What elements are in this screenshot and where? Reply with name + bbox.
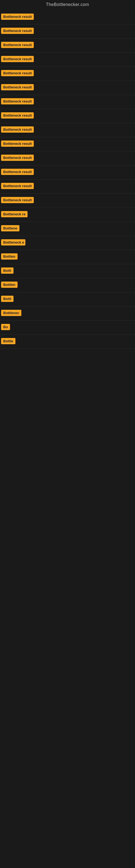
result-row[interactable]: Bottleneck result (0, 137, 135, 151)
site-title: TheBottlenecker.com (0, 0, 135, 9)
result-row[interactable]: Bottleneck result (0, 194, 135, 208)
result-row[interactable]: Bottleneck result (0, 165, 135, 180)
result-row[interactable]: Bottlen (0, 278, 135, 292)
bottleneck-badge[interactable]: Bottleneck result (1, 126, 34, 133)
result-row[interactable]: Bottleneck result (0, 67, 135, 81)
result-row[interactable]: Bottl (0, 264, 135, 278)
bottleneck-badge[interactable]: Bottleneck result (1, 42, 34, 48)
bottleneck-badge[interactable]: Bottlen (1, 253, 17, 259)
bottleneck-badge[interactable]: Bottleneck result (1, 84, 34, 90)
bottleneck-badge[interactable]: Bottleneck result (1, 28, 34, 34)
bottleneck-badge[interactable]: Bottlene (1, 225, 19, 231)
result-row[interactable]: Bottlenec (0, 307, 135, 321)
bottleneck-badge[interactable]: Bottleneck result (1, 112, 34, 119)
result-row[interactable]: Bottleneck result (0, 10, 135, 24)
bottleneck-badge[interactable]: Bottleneck result (1, 56, 34, 62)
bottleneck-badge[interactable]: Bottl (1, 296, 13, 302)
result-row[interactable]: Bottleneck result (0, 151, 135, 165)
bottleneck-badge[interactable]: Bottlen (1, 282, 17, 288)
result-row[interactable]: Bottleneck result (0, 38, 135, 53)
result-row[interactable]: Bottleneck result (0, 180, 135, 194)
result-row[interactable]: Bottleneck result (0, 109, 135, 123)
result-row[interactable]: Bottl (0, 292, 135, 307)
results-container: Bottleneck resultBottleneck resultBottle… (0, 9, 135, 349)
bottleneck-badge[interactable]: Bo (1, 324, 10, 330)
site-header: TheBottlenecker.com (0, 0, 135, 9)
result-row[interactable]: Bottleneck result (0, 123, 135, 137)
bottleneck-badge[interactable]: Bottleneck result (1, 197, 34, 203)
bottleneck-badge[interactable]: Bottle (1, 338, 15, 344)
bottleneck-badge[interactable]: Bottleneck result (1, 70, 34, 76)
result-row[interactable]: Bottleneck result (0, 81, 135, 95)
bottleneck-badge[interactable]: Bottleneck result (1, 169, 34, 175)
bottleneck-badge[interactable]: Bottleneck result (1, 13, 34, 20)
result-row[interactable]: Bottlen (0, 250, 135, 264)
result-row[interactable]: Bottlene (0, 222, 135, 236)
bottleneck-badge[interactable]: Bottleneck result (1, 183, 34, 189)
bottleneck-badge[interactable]: Bottl (1, 268, 13, 274)
bottleneck-badge[interactable]: Bottleneck re (1, 211, 28, 217)
bottleneck-badge[interactable]: Bottlenec (1, 310, 21, 316)
result-row[interactable]: Bottleneck result (0, 53, 135, 67)
bottleneck-badge[interactable]: Bottleneck e (1, 239, 26, 246)
result-row[interactable]: Bo (0, 321, 135, 335)
bottleneck-badge[interactable]: Bottleneck result (1, 155, 34, 161)
result-row[interactable]: Bottleneck re (0, 208, 135, 222)
bottleneck-badge[interactable]: Bottleneck result (1, 98, 34, 104)
bottleneck-badge[interactable]: Bottleneck result (1, 141, 34, 147)
result-row[interactable]: Bottleneck e (0, 236, 135, 250)
result-row[interactable]: Bottleneck result (0, 95, 135, 109)
result-row[interactable]: Bottle (0, 335, 135, 349)
result-row[interactable]: Bottleneck result (0, 24, 135, 38)
